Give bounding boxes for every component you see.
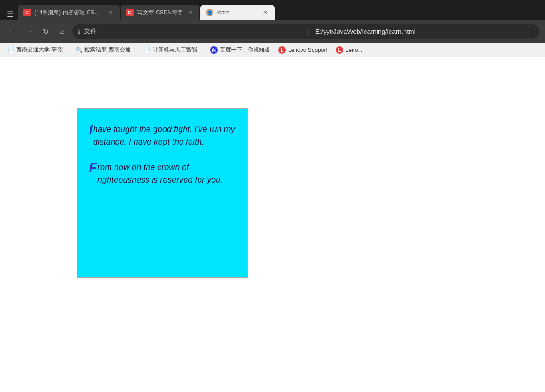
bookmark-ai[interactable]: 📄 计算机与人工智能... [140, 44, 205, 56]
tab-learn[interactable]: 👤 learn ✕ [200, 5, 275, 20]
back-button[interactable]: ← [6, 25, 19, 38]
bookmark-swjtu-search[interactable]: 🔍 检索结果-西南交通... [72, 44, 139, 56]
bookmark-label-3: 计算机与人工智能... [153, 46, 202, 54]
bookmark-label-6: Leno... [346, 47, 363, 53]
tab-favicon-3: 👤 [206, 9, 213, 16]
bookmark-icon-4: 百 [210, 46, 218, 54]
tab-favicon-2: C [126, 9, 134, 16]
quote-box: I have fought the good fight. I've run m… [77, 108, 248, 278]
quote-paragraph-2: From now on the crown of righteousness i… [89, 161, 236, 186]
drop-cap-2: F [89, 161, 97, 174]
bookmark-icon-1: 📄 [7, 47, 14, 53]
bookmark-label-2: 检索结果-西南交通... [84, 46, 135, 54]
tab-csdn-content[interactable]: C (14条消息) 内容管理-CSDN创作... ✕ [18, 5, 120, 20]
tab-title-1: (14条消息) 内容管理-CSDN创作... [34, 9, 103, 17]
home-button[interactable]: ⌂ [56, 25, 69, 38]
main-content: I have fought the good fight. I've run m… [0, 57, 545, 382]
address-separator: | [308, 28, 310, 35]
tab-close-1[interactable]: ✕ [107, 9, 114, 16]
tab-title-3: learn [217, 9, 258, 16]
sidebar-toggle-button[interactable]: ☰ [4, 7, 17, 20]
bookmark-label-1: 西南交通大学-研究... [16, 46, 67, 54]
bookmark-icon-2: 🔍 [76, 47, 82, 53]
bookmarks-bar: 📄 西南交通大学-研究... 🔍 检索结果-西南交通... 📄 计算机与人工智能… [0, 43, 545, 57]
address-input[interactable]: ℹ 文件 | E:/yyt/JavaWeb/learning/learn.htm… [72, 24, 539, 39]
info-icon: ℹ [78, 28, 80, 35]
protocol-label: 文件 [84, 27, 302, 36]
bookmark-icon-5: L [278, 46, 286, 54]
address-bar: ← → ↻ ⌂ ℹ 文件 | E:/yyt/JavaWeb/learning/l… [0, 20, 545, 43]
bookmark-icon-3: 📄 [144, 47, 150, 53]
quote-text-1: have fought the good fight. I've run my … [93, 125, 235, 146]
quote-paragraph-1: I have fought the good fight. I've run m… [89, 123, 236, 148]
browser-chrome: ☰ C (14条消息) 内容管理-CSDN创作... ✕ C 写文章-CSDN博… [0, 0, 545, 57]
bookmark-lenovo-2[interactable]: L Leno... [332, 44, 366, 56]
tab-favicon-1: C [23, 9, 31, 16]
bookmark-label-4: 百度一下，你就知道 [220, 46, 270, 54]
drop-cap-1: I [89, 123, 93, 136]
bookmark-icon-6: L [336, 46, 343, 54]
bookmark-swjtu-research[interactable]: 📄 西南交通大学-研究... [4, 44, 71, 56]
bookmark-lenovo-support[interactable]: L Lenovo Support [275, 44, 331, 56]
tab-csdn-write[interactable]: C 写文章-CSDN博客 ✕ [121, 5, 199, 20]
forward-button[interactable]: → [22, 25, 35, 38]
tab-bar: ☰ C (14条消息) 内容管理-CSDN创作... ✕ C 写文章-CSDN博… [0, 0, 545, 20]
quote-text-2: rom now on the crown of righteousness is… [97, 163, 223, 184]
bookmark-label-5: Lenovo Support [288, 47, 327, 53]
tab-close-3[interactable]: ✕ [262, 9, 269, 16]
tab-title-2: 写文章-CSDN博客 [137, 9, 183, 17]
refresh-button[interactable]: ↻ [39, 25, 52, 38]
address-url: E:/yyt/JavaWeb/learning/learn.html [315, 28, 534, 35]
tab-close-2[interactable]: ✕ [186, 9, 194, 16]
bookmark-baidu[interactable]: 百 百度一下，你就知道 [206, 44, 274, 56]
